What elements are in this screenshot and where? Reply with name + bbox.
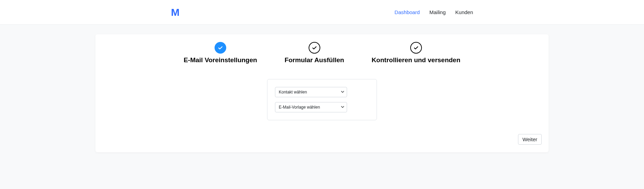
template-select[interactable]: E-Mail-Vorlage wählen [275, 102, 347, 112]
next-button[interactable]: Weiter [518, 134, 542, 145]
main-card: E-Mail Voreinstellungen Formular Ausfüll… [95, 34, 549, 152]
step-3-indicator [410, 42, 422, 54]
nav-mailing[interactable]: Mailing [429, 9, 446, 15]
nav-dashboard[interactable]: Dashboard [394, 9, 419, 15]
step-1-label: E-Mail Voreinstellungen [184, 56, 257, 64]
check-icon [218, 45, 223, 51]
form-panel: Kontakt wählen E-Mail-Vorlage wählen [267, 79, 377, 120]
nav-links: Dashboard Mailing Kunden [394, 9, 473, 15]
step-1: E-Mail Voreinstellungen [184, 42, 257, 64]
step-2-label: Formular Ausfüllen [285, 56, 344, 64]
top-navbar: M Dashboard Mailing Kunden [0, 0, 644, 25]
step-1-indicator [215, 42, 226, 54]
nav-kunden[interactable]: Kunden [455, 9, 473, 15]
step-2: Formular Ausfüllen [285, 42, 344, 64]
step-2-indicator [309, 42, 320, 54]
step-3-label: Kontrollieren und versenden [371, 56, 460, 64]
check-icon [312, 45, 317, 51]
app-logo[interactable]: M [171, 7, 179, 18]
check-icon [413, 45, 419, 51]
progress-steps: E-Mail Voreinstellungen Formular Ausfüll… [102, 42, 542, 64]
contact-select[interactable]: Kontakt wählen [275, 87, 347, 97]
step-3: Kontrollieren und versenden [371, 42, 460, 64]
